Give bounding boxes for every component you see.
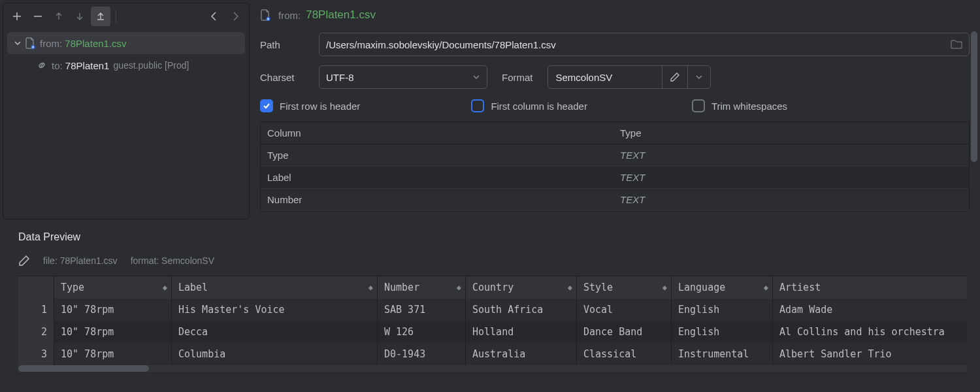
path-value: /Users/maxim.sobolevskiy/Documents/78Pla…: [326, 39, 556, 50]
sort-icon[interactable]: ◆: [457, 283, 461, 292]
cell[interactable]: Dance Band: [577, 321, 672, 343]
col-header[interactable]: Language◆: [672, 276, 773, 299]
tree-row-to[interactable]: to: 78Platen1 guest.public [Prod]: [7, 54, 245, 76]
grid-row[interactable]: 1 10" 78rpm His Master's Voice SAB 371 S…: [18, 299, 967, 321]
preview-file-meta: file: 78Platen1.csv: [43, 255, 118, 266]
path-input[interactable]: /Users/maxim.sobolevskiy/Documents/78Pla…: [319, 33, 970, 56]
cell[interactable]: D0-1943: [378, 343, 466, 365]
horizontal-scrollbar[interactable]: [18, 365, 967, 372]
source-tree: from: 78Platen1.csv to: 78Platen1 guest.…: [3, 29, 249, 79]
col-header[interactable]: Country◆: [466, 276, 577, 299]
cell[interactable]: W 126: [378, 321, 466, 343]
cell[interactable]: South Africa: [466, 299, 577, 321]
header-file: 78Platen1.csv: [306, 8, 376, 22]
cell[interactable]: Vocal: [577, 299, 672, 321]
cell[interactable]: Albert Sandler Trio: [773, 343, 967, 365]
data-preview-title: Data Preview: [18, 231, 967, 243]
col-header[interactable]: Artiest: [773, 276, 967, 299]
config-panel: from: 78Platen1.csv Path /Users/maxim.so…: [250, 0, 980, 222]
sort-icon[interactable]: ◆: [368, 283, 373, 292]
cell[interactable]: Instrumental: [672, 343, 773, 365]
col-header[interactable]: Number◆: [378, 276, 466, 299]
row-number: 2: [18, 321, 54, 343]
format-edit-button[interactable]: [662, 66, 688, 88]
first-col-header-label: First column is header: [491, 101, 587, 112]
cell[interactable]: Australia: [466, 343, 577, 365]
column-row[interactable]: Label TEXT: [261, 167, 969, 189]
to-prefix: to:: [52, 60, 63, 71]
cell[interactable]: His Master's Voice: [172, 299, 378, 321]
charset-value: UTF-8: [326, 72, 354, 83]
column-row[interactable]: Type TEXT: [261, 144, 969, 167]
remove-button[interactable]: [28, 7, 48, 26]
grid-row[interactable]: 2 10" 78rpm Decca W 126 Holland Dance Ba…: [18, 321, 967, 343]
trim-whitespace-label: Trim whitespaces: [711, 101, 787, 112]
checkbox-unchecked-icon: [471, 99, 484, 112]
cell[interactable]: Columbia: [172, 343, 378, 365]
move-down-button[interactable]: [70, 7, 90, 26]
cell[interactable]: English: [672, 321, 773, 343]
folder-icon[interactable]: [951, 40, 962, 49]
cell[interactable]: English: [672, 299, 773, 321]
preview-format-meta: format: SemcolonSV: [131, 255, 214, 266]
toolbar-separator: [116, 10, 116, 23]
cell[interactable]: 10" 78rpm: [54, 343, 172, 365]
forward-button[interactable]: [225, 7, 245, 26]
column-name: Number: [261, 189, 613, 210]
edit-icon[interactable]: [18, 255, 30, 267]
move-up-button[interactable]: [49, 7, 69, 26]
path-label: Path: [260, 39, 319, 50]
back-button[interactable]: [204, 7, 224, 26]
cell[interactable]: 10" 78rpm: [54, 321, 172, 343]
col-header-column[interactable]: Column: [261, 122, 613, 144]
source-header: from: 78Platen1.csv: [260, 5, 970, 25]
checkbox-unchecked-icon: [692, 99, 705, 112]
format-select[interactable]: SemcolonSV: [547, 65, 711, 89]
cell[interactable]: Classical: [577, 343, 672, 365]
trim-whitespace-check[interactable]: Trim whitespaces: [692, 99, 787, 112]
cell[interactable]: Decca: [172, 321, 378, 343]
first-col-header-check[interactable]: First column is header: [471, 99, 587, 112]
column-name: Label: [261, 167, 613, 188]
col-header-type[interactable]: Type: [613, 122, 875, 144]
row-number: 3: [18, 343, 54, 365]
file-icon: [260, 9, 270, 21]
cell[interactable]: Al Collins and his orchestra: [773, 321, 967, 343]
scrollbar-thumb[interactable]: [18, 365, 149, 372]
col-header[interactable]: Style◆: [577, 276, 672, 299]
cell[interactable]: Holland: [466, 321, 577, 343]
source-toolbar: [3, 3, 249, 29]
sort-icon[interactable]: ◆: [764, 283, 768, 292]
col-header[interactable]: Type◆: [54, 276, 172, 299]
add-button[interactable]: [7, 7, 27, 26]
row-number-header: [18, 276, 54, 299]
grid-header-row: Type◆ Label◆ Number◆ Country◆ Style◆ Lan…: [18, 276, 967, 299]
to-dest-meta: guest.public [Prod]: [113, 60, 189, 71]
column-row[interactable]: Number TEXT: [261, 189, 969, 211]
scrollbar-thumb[interactable]: [971, 31, 977, 162]
first-row-header-check[interactable]: First row is header: [260, 99, 360, 112]
format-dropdown-button[interactable]: [688, 66, 710, 88]
cell[interactable]: 10" 78rpm: [54, 299, 172, 321]
col-header[interactable]: Label◆: [172, 276, 378, 299]
import-button[interactable]: [91, 7, 110, 26]
charset-label: Charset: [260, 72, 319, 83]
tree-row-from[interactable]: from: 78Platen1.csv: [7, 32, 245, 54]
chevron-down-icon[interactable]: [12, 39, 23, 47]
grid-row[interactable]: 3 10" 78rpm Columbia D0-1943 Australia C…: [18, 343, 967, 365]
column-type: TEXT: [613, 167, 875, 188]
from-prefix: from:: [40, 38, 62, 49]
cell[interactable]: Adam Wade: [773, 299, 967, 321]
column-name: Type: [261, 144, 613, 166]
data-preview-section: Data Preview file: 78Platen1.csv format:…: [0, 222, 980, 372]
sort-icon[interactable]: ◆: [163, 283, 167, 292]
sort-icon[interactable]: ◆: [568, 283, 572, 292]
chevron-down-icon: [466, 73, 480, 81]
charset-select[interactable]: UTF-8: [319, 65, 487, 89]
link-icon: [35, 60, 49, 71]
preview-grid: Type◆ Label◆ Number◆ Country◆ Style◆ Lan…: [18, 276, 967, 372]
column-type: TEXT: [613, 144, 875, 166]
sort-icon[interactable]: ◆: [662, 283, 667, 292]
vertical-scrollbar[interactable]: [971, 31, 977, 222]
cell[interactable]: SAB 371: [378, 299, 466, 321]
